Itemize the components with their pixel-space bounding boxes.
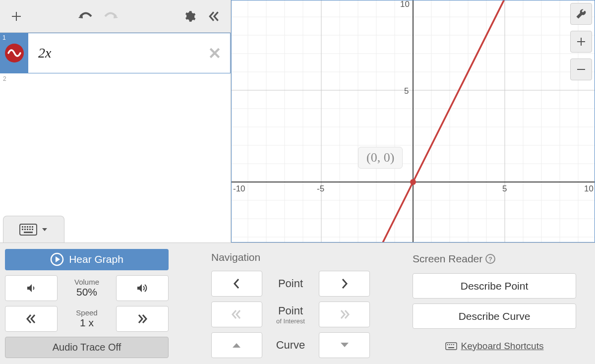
describe-curve-label: Describe Curve xyxy=(459,310,531,322)
trace-point-marker[interactable] xyxy=(410,179,416,185)
expression-color-icon[interactable] xyxy=(5,44,24,62)
next-poi-button[interactable] xyxy=(319,302,370,327)
curve-label: Curve xyxy=(265,332,316,358)
prev-poi-button[interactable] xyxy=(211,302,262,327)
expression-row-empty[interactable]: 2 xyxy=(0,73,231,84)
point-label: Point xyxy=(265,271,316,297)
collapse-button[interactable] xyxy=(202,4,227,29)
volume-label: Volume xyxy=(74,278,99,286)
expression-text[interactable]: 2x xyxy=(28,45,202,61)
expression-delete-button[interactable] xyxy=(202,41,227,65)
trace-point-label: (0, 0) xyxy=(358,147,403,169)
redo-icon xyxy=(103,11,118,22)
close-icon xyxy=(208,47,221,60)
volume-up-button[interactable] xyxy=(116,275,169,301)
axis-tick-label: -5 xyxy=(317,184,324,193)
audio-trace-panel: Hear Graph Volume 50% Speed 1 x xyxy=(0,243,595,364)
svg-rect-40 xyxy=(22,229,23,230)
minus-icon xyxy=(577,65,586,74)
undo-icon xyxy=(78,11,93,22)
speed-display: Speed 1 x xyxy=(60,306,113,332)
svg-rect-44 xyxy=(32,229,33,230)
axis-tick-label: 5 xyxy=(404,86,409,96)
graph-controls xyxy=(570,3,592,80)
svg-rect-37 xyxy=(27,226,28,228)
speed-label: Speed xyxy=(76,308,97,317)
add-button[interactable] xyxy=(4,4,29,29)
nav-row-label: Curve xyxy=(276,339,305,352)
svg-rect-39 xyxy=(32,226,33,228)
svg-rect-41 xyxy=(24,229,26,230)
keyboard-shortcuts-link[interactable]: Keyboard Shortcuts xyxy=(413,334,576,358)
screen-reader-controls: Screen Reader ? Describe Point Describe … xyxy=(413,249,576,358)
svg-rect-38 xyxy=(29,226,31,228)
keyboard-toggle-button[interactable] xyxy=(3,216,64,243)
graph-canvas[interactable]: -10 -5 5 10 5 10 xyxy=(231,0,595,243)
svg-rect-50 xyxy=(447,344,448,345)
next-point-button[interactable] xyxy=(319,271,370,297)
plus-icon xyxy=(577,37,586,46)
chevron-right-icon xyxy=(341,278,349,290)
next-curve-button[interactable] xyxy=(319,332,370,358)
speed-up-button[interactable] xyxy=(116,306,169,332)
volume-low-icon xyxy=(25,282,37,294)
audio-trace-off-button[interactable]: Audio Trace Off xyxy=(5,337,169,358)
svg-rect-42 xyxy=(27,229,28,230)
wrench-icon xyxy=(576,8,587,19)
prev-point-button[interactable] xyxy=(211,271,262,297)
navigation-controls: Navigation Point Point of Interest xyxy=(211,249,370,358)
keyboard-icon xyxy=(445,342,457,350)
volume-value: 50% xyxy=(76,286,97,298)
nav-row-label: Point xyxy=(278,277,303,290)
audio-trace-off-label: Audio Trace Off xyxy=(53,342,121,353)
zoom-out-button[interactable] xyxy=(570,59,592,80)
hear-graph-button[interactable]: Hear Graph xyxy=(5,249,169,270)
chevron-left-double-icon xyxy=(25,313,37,325)
speed-down-button[interactable] xyxy=(5,306,58,332)
speed-value: 1 x xyxy=(80,317,94,329)
expression-index-number: 1 xyxy=(2,34,6,41)
triangle-up-icon xyxy=(232,342,241,349)
svg-rect-45 xyxy=(24,232,33,233)
screen-reader-heading-text: Screen Reader xyxy=(413,253,482,265)
redo-button[interactable] xyxy=(98,4,123,29)
zoom-in-button[interactable] xyxy=(570,31,592,53)
svg-text:?: ? xyxy=(488,255,492,263)
keyboard-shortcuts-label: Keyboard Shortcuts xyxy=(461,341,544,352)
describe-point-label: Describe Point xyxy=(461,280,529,292)
navigation-heading: Navigation xyxy=(211,249,370,266)
svg-rect-51 xyxy=(449,344,450,345)
svg-rect-53 xyxy=(453,344,454,345)
volume-display: Volume 50% xyxy=(60,275,113,301)
settings-button[interactable] xyxy=(177,4,202,29)
chevron-down-icon xyxy=(41,226,48,233)
expression-row[interactable]: 1 2x xyxy=(0,33,231,73)
svg-rect-35 xyxy=(22,226,23,228)
svg-rect-43 xyxy=(29,229,31,230)
expression-list: 1 2x 2 xyxy=(0,33,231,243)
describe-point-button[interactable]: Describe Point xyxy=(413,273,576,299)
volume-down-button[interactable] xyxy=(5,275,58,301)
undo-button[interactable] xyxy=(73,4,98,29)
prev-curve-button[interactable] xyxy=(211,332,262,358)
volume-high-icon xyxy=(136,282,149,294)
axis-tick-label: 10 xyxy=(400,0,410,9)
triangle-down-icon xyxy=(340,342,350,349)
toolbar xyxy=(0,0,231,33)
wave-icon xyxy=(7,46,22,61)
svg-rect-36 xyxy=(24,226,26,228)
graph-settings-button[interactable] xyxy=(570,3,592,25)
nav-row-sublabel: of Interest xyxy=(276,317,305,325)
chevron-right-double-icon xyxy=(339,308,351,320)
help-icon[interactable]: ? xyxy=(485,254,495,264)
chevron-left-double-icon xyxy=(231,308,242,320)
nav-row-label: Point xyxy=(278,304,303,317)
poi-label: Point of Interest xyxy=(265,302,316,327)
describe-curve-button[interactable]: Describe Curve xyxy=(413,303,576,329)
graph-panel[interactable]: -10 -5 5 10 5 10 (0, 0) xyxy=(231,0,595,243)
chevron-left-icon xyxy=(233,278,240,290)
expression-index-number: 2 xyxy=(0,73,9,84)
axis-tick-label: -10 xyxy=(233,184,245,193)
plus-icon xyxy=(10,10,22,22)
chevron-left-double-icon xyxy=(208,10,221,23)
